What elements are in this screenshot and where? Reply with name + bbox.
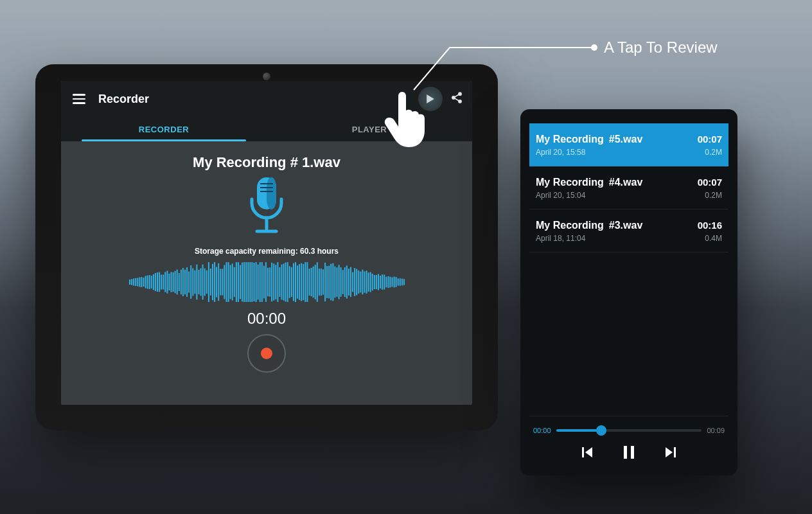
svg-rect-154 [631, 446, 634, 459]
previous-button[interactable] [581, 446, 594, 459]
microphone-icon [243, 176, 290, 239]
playback-position: 00:00 [533, 427, 551, 434]
record-icon [261, 348, 272, 359]
recording-size: 0.2M [705, 148, 722, 157]
play-icon [426, 94, 435, 103]
app-bar: Recorder [61, 81, 472, 117]
play-review-button[interactable] [418, 87, 443, 111]
list-item[interactable]: My Recording#4.wav00:07April 20, 15:040.… [529, 166, 728, 209]
tablet-screen: Recorder RE [61, 81, 472, 405]
skip-next-icon [664, 446, 677, 459]
svg-rect-155 [674, 447, 676, 457]
recording-size: 0.4M [705, 234, 722, 243]
svg-line-3 [455, 94, 459, 97]
list-item[interactable]: My Recording#5.wav00:07April 20, 15:580.… [529, 123, 728, 166]
recording-date: April 20, 15:58 [536, 148, 585, 157]
callout: A Tap To Review [591, 39, 718, 57]
list-item[interactable]: My Recording#3.wav00:16April 18, 11:040.… [529, 209, 728, 253]
tab-bar: RECORDER PLAYER [61, 117, 472, 141]
waveform-display [128, 262, 405, 305]
recording-duration: 00:16 [698, 220, 722, 231]
recording-size: 0.2M [705, 191, 722, 200]
recording-duration: 00:07 [698, 177, 722, 188]
storage-remaining: Storage capacity remaining: 60.3 hours [195, 247, 339, 256]
svg-rect-152 [582, 447, 584, 457]
recording-duration: 00:07 [698, 134, 722, 145]
recording-date: April 20, 15:04 [536, 191, 585, 200]
recording-name: My Recording#5.wav [536, 134, 642, 145]
recording-list: My Recording#5.wav00:07April 20, 15:580.… [529, 123, 728, 416]
recording-timer: 00:00 [247, 310, 286, 328]
seek-slider[interactable] [556, 429, 702, 432]
callout-text: A Tap To Review [604, 39, 718, 57]
pause-button[interactable] [622, 445, 636, 460]
share-button[interactable] [450, 91, 463, 107]
tablet-device: Recorder RE [35, 64, 498, 430]
device-camera [263, 73, 270, 80]
recording-name: My Recording#3.wav [536, 220, 642, 231]
callout-bullet-icon [591, 44, 597, 51]
tab-recorder[interactable]: RECORDER [61, 117, 267, 141]
recording-name: My Recording#4.wav [536, 177, 642, 188]
next-button[interactable] [664, 446, 677, 459]
pause-icon [622, 445, 636, 460]
menu-icon[interactable] [70, 91, 88, 107]
share-icon [450, 91, 463, 104]
svg-rect-6 [267, 177, 276, 209]
recorder-panel: My Recording # 1.wav Storage capacity re… [61, 141, 472, 405]
player-controls: 00:00 00:09 [529, 416, 728, 466]
seek-thumb-icon [596, 425, 606, 436]
recording-date: April 18, 11:04 [536, 234, 585, 243]
tab-player[interactable]: PLAYER [267, 117, 472, 141]
svg-line-4 [455, 98, 459, 101]
recording-filename: My Recording # 1.wav [193, 154, 340, 171]
skip-previous-icon [581, 446, 594, 459]
svg-rect-153 [624, 446, 627, 459]
playback-duration: 00:09 [707, 427, 725, 434]
record-button[interactable] [247, 334, 286, 373]
app-title: Recorder [98, 93, 149, 106]
player-device: My Recording#5.wav00:07April 20, 15:580.… [520, 109, 737, 475]
